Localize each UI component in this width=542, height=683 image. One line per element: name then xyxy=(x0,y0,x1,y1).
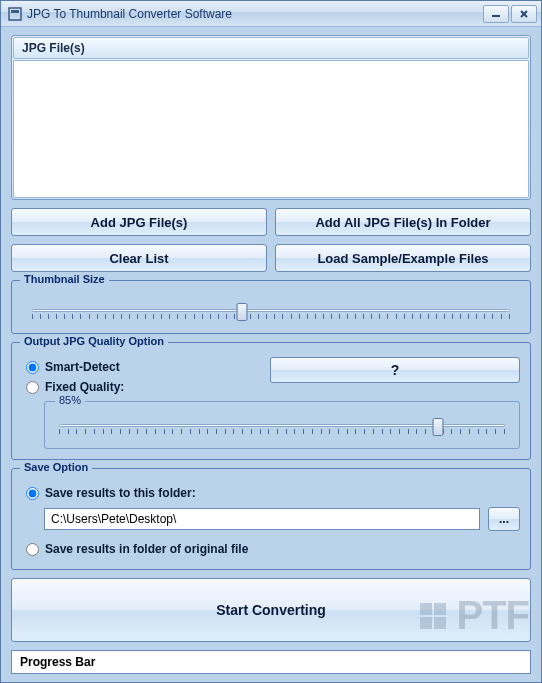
load-sample-button[interactable]: Load Sample/Example Files xyxy=(275,244,531,272)
file-list-header: JPG File(s) xyxy=(13,37,529,59)
quality-slider[interactable] xyxy=(59,416,505,438)
save-option-title: Save Option xyxy=(20,461,92,473)
path-row: ... xyxy=(44,507,520,531)
save-original-label: Save results in folder of original file xyxy=(45,542,248,556)
app-icon xyxy=(7,6,23,22)
smart-detect-radio[interactable] xyxy=(26,361,39,374)
save-original-radio[interactable] xyxy=(26,543,39,556)
thumbnail-slider-wrap xyxy=(22,295,520,323)
browse-button[interactable]: ... xyxy=(488,507,520,531)
help-button[interactable]: ? xyxy=(270,357,520,383)
svg-rect-1 xyxy=(11,10,19,13)
slider-thumb[interactable] xyxy=(433,418,444,436)
fixed-quality-subgroup: 85% xyxy=(44,401,520,449)
client-area: JPG File(s) Add JPG File(s) Add All JPG … xyxy=(1,27,541,682)
minimize-button[interactable] xyxy=(483,5,509,23)
fixed-quality-radio[interactable] xyxy=(26,381,39,394)
save-path-input[interactable] xyxy=(44,508,480,530)
titlebar[interactable]: JPG To Thumbnail Converter Software xyxy=(1,1,541,27)
clear-list-button[interactable]: Clear List xyxy=(11,244,267,272)
save-original-radio-row[interactable]: Save results in folder of original file xyxy=(22,539,520,559)
add-folder-button[interactable]: Add All JPG File(s) In Folder xyxy=(275,208,531,236)
thumbnail-size-group: Thumbnail Size xyxy=(11,280,531,334)
window-buttons xyxy=(483,5,537,23)
smart-detect-radio-row[interactable]: Smart-Detect xyxy=(22,357,270,377)
start-converting-button[interactable]: Start Converting xyxy=(11,578,531,642)
slider-rail xyxy=(32,309,510,312)
save-option-group: Save Option Save results to this folder:… xyxy=(11,468,531,570)
fixed-quality-label: Fixed Quality: xyxy=(45,380,124,394)
svg-rect-0 xyxy=(9,8,21,20)
file-list-panel: JPG File(s) xyxy=(11,35,531,200)
main-window: JPG To Thumbnail Converter Software JPG … xyxy=(0,0,542,683)
save-to-folder-radio[interactable] xyxy=(26,487,39,500)
window-title: JPG To Thumbnail Converter Software xyxy=(27,7,483,21)
thumbnail-size-title: Thumbnail Size xyxy=(20,273,109,285)
output-quality-group: Output JPG Quality Option Smart-Detect F… xyxy=(11,342,531,460)
progress-label: Progress Bar xyxy=(20,655,95,669)
close-button[interactable] xyxy=(511,5,537,23)
button-row-2: Clear List Load Sample/Example Files xyxy=(11,244,531,272)
slider-ticks xyxy=(32,314,510,320)
save-to-folder-radio-row[interactable]: Save results to this folder: xyxy=(22,483,520,503)
file-list[interactable] xyxy=(13,60,529,198)
output-quality-title: Output JPG Quality Option xyxy=(20,335,168,347)
smart-detect-label: Smart-Detect xyxy=(45,360,120,374)
thumbnail-size-slider[interactable] xyxy=(32,301,510,323)
progress-bar: Progress Bar xyxy=(11,650,531,674)
button-row-1: Add JPG File(s) Add All JPG File(s) In F… xyxy=(11,208,531,236)
add-files-button[interactable]: Add JPG File(s) xyxy=(11,208,267,236)
quality-percent-label: 85% xyxy=(55,394,85,406)
save-to-folder-label: Save results to this folder: xyxy=(45,486,196,500)
slider-thumb[interactable] xyxy=(237,303,248,321)
